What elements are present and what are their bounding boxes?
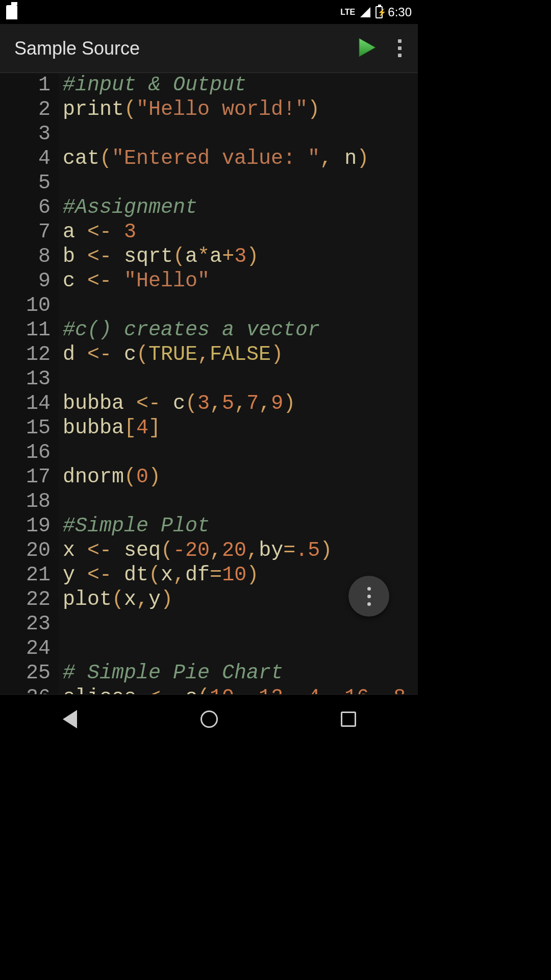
code-token: <- [148, 686, 173, 694]
code-token: ) [148, 465, 161, 488]
line-number: 17 [0, 465, 59, 489]
code-token: bubba [63, 392, 136, 415]
code-token: x [161, 564, 173, 586]
code-token: ( [173, 245, 185, 268]
code-token: <- [87, 220, 112, 243]
code-token: n [332, 147, 357, 170]
line-number: 12 [0, 342, 59, 367]
code-token: 3 [234, 245, 246, 268]
code-token: * [197, 245, 210, 268]
code-token: c [63, 270, 87, 292]
dot-icon [398, 46, 402, 50]
code-token: ( [99, 147, 112, 170]
line-number: 11 [0, 318, 59, 342]
code-token: y [63, 564, 87, 586]
code-token: 9 [271, 392, 283, 415]
back-icon [63, 710, 77, 728]
back-button[interactable] [55, 704, 85, 734]
code-token: cat [63, 147, 99, 170]
line-number: 14 [0, 391, 59, 416]
code-token: 12 [259, 686, 283, 694]
screen: LTE ⚡ 6:30 Sample Source [0, 0, 418, 743]
line-number: 26 [0, 685, 59, 694]
code-token: , [210, 392, 222, 415]
code-token: -20 [173, 539, 210, 562]
code-token: [ [124, 416, 136, 439]
code-token: y [148, 588, 161, 611]
dot-icon [398, 39, 402, 43]
code-token: ( [124, 465, 136, 488]
code-token: <- [87, 270, 112, 292]
run-button[interactable] [355, 36, 378, 61]
code-token: ( [136, 343, 148, 366]
line-number: 9 [0, 269, 59, 293]
floating-action-button[interactable] [348, 576, 389, 617]
code-token: , [283, 686, 308, 694]
code-token: 5 [222, 392, 234, 415]
code-token: <- [87, 343, 112, 366]
code-token: <- [136, 392, 161, 415]
code-token: , [234, 392, 246, 415]
code-token: ( [197, 686, 210, 694]
code-token: a [210, 245, 222, 268]
code-token: 10 [222, 564, 246, 586]
clock: 6:30 [388, 5, 412, 19]
line-number: 4 [0, 146, 59, 171]
line-number: 13 [0, 367, 59, 391]
code-token: df [185, 564, 210, 586]
code-token: , [246, 539, 259, 562]
code-token: 3 [112, 220, 136, 243]
code-token: = [210, 564, 222, 586]
code-token: , [369, 686, 393, 694]
line-number: 1 [0, 73, 59, 97]
overflow-menu-button[interactable] [395, 36, 405, 60]
code-editor[interactable]: 1 2 3 4 5 6 7 8 9 10 11 12 13 14 15 16 1… [0, 73, 418, 694]
code-token: ( [148, 564, 161, 586]
code-token: <- [87, 539, 112, 562]
code-token: d [63, 343, 87, 366]
line-number: 8 [0, 244, 59, 269]
line-number: 22 [0, 587, 59, 612]
recents-button[interactable] [333, 704, 364, 734]
code-token: , [320, 147, 332, 170]
code-token: dt [112, 564, 148, 586]
code-token: 20 [222, 539, 246, 562]
line-number: 24 [0, 636, 59, 661]
code-token: <- [87, 245, 112, 268]
code-token: <- [87, 564, 112, 586]
code-token: bubba [63, 416, 124, 439]
line-number: 5 [0, 171, 59, 195]
navigation-bar [0, 694, 418, 743]
code-token: ) [357, 147, 369, 170]
code-token: , [197, 343, 210, 366]
code-token: 10 [210, 686, 234, 694]
app-bar: Sample Source [0, 24, 418, 73]
sd-card-icon [6, 5, 17, 19]
line-number: 23 [0, 612, 59, 636]
code-token: ( [112, 588, 124, 611]
code-token: b [63, 245, 87, 268]
code-token: c [161, 392, 185, 415]
line-number: 6 [0, 195, 59, 220]
code-token: a [185, 245, 197, 268]
line-number: 19 [0, 514, 59, 538]
line-number: 25 [0, 661, 59, 685]
code-token: c [173, 686, 197, 694]
play-icon [355, 36, 378, 59]
code-token: , [259, 392, 271, 415]
recents-icon [341, 712, 356, 727]
line-number: 10 [0, 293, 59, 318]
line-number: 3 [0, 122, 59, 146]
battery-icon: ⚡ [375, 6, 383, 18]
code-token: , [320, 686, 344, 694]
code-token: print [63, 98, 124, 121]
code-token: , [173, 564, 185, 586]
code-token: #input & Output [63, 74, 246, 96]
home-button[interactable] [194, 704, 224, 734]
signal-icon [360, 7, 370, 17]
code-token: ) [283, 392, 295, 415]
code-token: .5 [295, 539, 320, 562]
code-token: , [210, 539, 222, 562]
code-token: ( [185, 392, 197, 415]
code-token: 7 [246, 392, 259, 415]
